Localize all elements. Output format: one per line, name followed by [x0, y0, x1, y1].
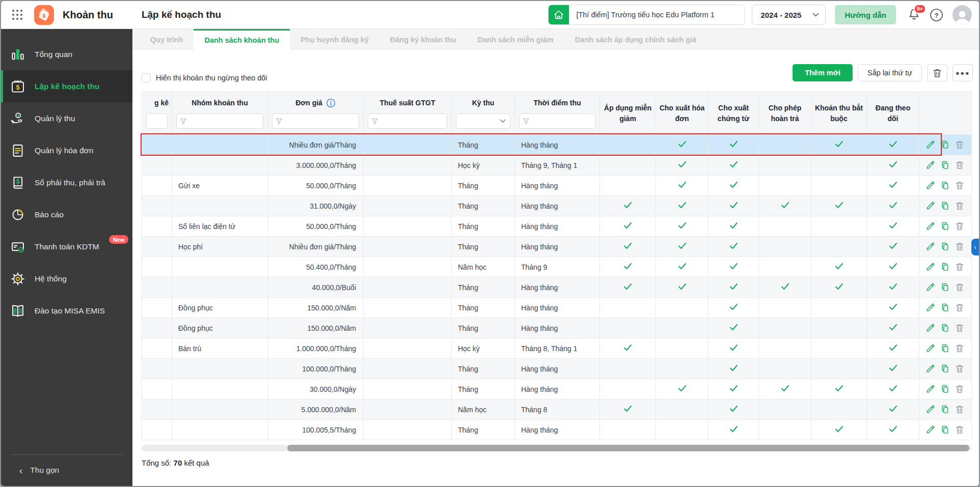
add-new-button[interactable]: Thêm mới — [793, 64, 853, 81]
school-selector[interactable]: [Thí điểm] Trường tiểu học Edu Platform … — [548, 5, 745, 25]
filter-input-stat[interactable] — [146, 113, 168, 129]
filter-input-time[interactable] — [519, 113, 595, 129]
copy-icon[interactable] — [940, 405, 950, 415]
table-row[interactable]: Sổ liên lạc điện tử50.000,0/ThángThángHà… — [142, 216, 972, 237]
edit-icon[interactable] — [925, 303, 936, 313]
delete-icon[interactable] — [955, 140, 965, 150]
copy-icon[interactable] — [940, 221, 950, 232]
notification-bell-icon[interactable]: 9+ — [907, 8, 921, 22]
table-row[interactable]: 3.000.000,0/ThángHọc kỳTháng 9, Tháng 1 — [142, 155, 972, 176]
edit-icon[interactable] — [925, 160, 936, 170]
sidebar-item-tong-quan[interactable]: Tổng quan — [1, 38, 132, 70]
more-options-button[interactable]: ●●● — [952, 64, 973, 81]
delete-icon[interactable] — [955, 221, 965, 232]
edit-icon[interactable] — [925, 405, 936, 415]
filter-input-vat[interactable] — [368, 113, 447, 129]
copy-icon[interactable] — [940, 384, 950, 394]
delete-icon[interactable] — [955, 303, 965, 313]
show-stopped-checkbox[interactable] — [142, 73, 151, 82]
table-row[interactable]: Nhiều đơn giá/ThángThángHàng tháng — [142, 135, 972, 155]
delete-icon[interactable] — [955, 384, 965, 394]
edit-icon[interactable] — [925, 364, 936, 374]
table-row[interactable]: 100.000,0/ThángThángHàng tháng — [142, 359, 972, 379]
edit-icon[interactable] — [925, 282, 936, 293]
delete-icon[interactable] — [955, 181, 965, 191]
horizontal-scrollbar[interactable] — [142, 445, 971, 451]
info-icon[interactable] — [326, 98, 336, 108]
copy-icon[interactable] — [940, 160, 950, 170]
edit-icon[interactable] — [925, 140, 936, 150]
filter-select-period[interactable] — [456, 113, 510, 129]
table-row[interactable]: Bán trú1.000.000,0/ThángHọc kỳTháng 8, T… — [142, 338, 972, 359]
scrollbar-thumb[interactable] — [287, 445, 969, 451]
delete-icon[interactable] — [955, 323, 965, 333]
table-row[interactable]: 5.000.000,0/NămNăm họcTháng 8 — [142, 399, 972, 420]
sidebar-item-he-thong[interactable]: Hệ thống — [1, 263, 132, 295]
table-row[interactable]: 40.000,0/BuổiThángHàng tháng — [142, 277, 972, 298]
edit-icon[interactable] — [925, 323, 936, 333]
sidebar-collapse-button[interactable]: ‹ Thu gọn — [1, 454, 132, 486]
tab-danh-sach-ap-dung-chinh-sach-gia[interactable]: Danh sách áp dụng chính sách giá — [564, 29, 707, 49]
sidebar-item-thanh-toan-kdtm[interactable]: Thanh toán KDTM New — [1, 231, 132, 263]
edit-icon[interactable] — [925, 242, 936, 252]
delete-icon[interactable] — [955, 242, 965, 252]
delete-icon[interactable] — [955, 364, 965, 374]
edit-icon[interactable] — [925, 384, 936, 394]
sidebar-item-dao-tao-misa-emis[interactable]: Đào tạo MISA EMIS — [1, 295, 132, 327]
school-year-select[interactable]: 2024 - 2025 — [752, 5, 826, 25]
copy-icon[interactable] — [940, 323, 950, 333]
copy-icon[interactable] — [940, 364, 950, 374]
copy-icon[interactable] — [940, 425, 950, 435]
delete-icon[interactable] — [955, 262, 965, 272]
delete-icon[interactable] — [955, 425, 965, 435]
table-row[interactable]: Học phíNhiều đơn giá/ThángThángHàng thán… — [142, 237, 972, 257]
reorder-button[interactable]: Sắp lại thứ tự — [858, 64, 922, 81]
guide-button[interactable]: Hướng dẫn — [835, 5, 896, 24]
sidebar-item-bao-cao[interactable]: Báo cáo — [1, 198, 132, 231]
delete-icon[interactable] — [955, 160, 965, 170]
copy-icon[interactable] — [940, 262, 950, 272]
sidebar-item-so-phai-thu-phai-tra[interactable]: $ Sổ phải thu, phải trả — [1, 166, 132, 198]
sidebar-item-quan-ly-hoa-don[interactable]: Quản lý hóa đơn — [1, 134, 132, 166]
copy-icon[interactable] — [940, 181, 950, 191]
delete-button[interactable] — [927, 64, 947, 81]
copy-icon[interactable] — [940, 201, 950, 211]
table-row[interactable]: Gửi xe50.000,0/ThángThángHàng tháng — [142, 176, 972, 196]
edit-icon[interactable] — [925, 201, 936, 211]
table-row[interactable]: 31.000,0/NgàyThángHàng tháng — [142, 196, 972, 216]
delete-icon[interactable] — [955, 405, 965, 415]
copy-icon[interactable] — [940, 242, 950, 252]
table-row[interactable]: 100.005,5/ThángThángHàng tháng — [142, 420, 972, 440]
sidebar-item-quan-ly-thu[interactable]: $ Quản lý thu — [1, 102, 132, 134]
delete-icon[interactable] — [955, 343, 965, 354]
app-grid-icon[interactable] — [11, 9, 23, 21]
copy-icon[interactable] — [940, 282, 950, 293]
tab-quy-trinh[interactable]: Quy trình — [140, 29, 194, 49]
copy-icon[interactable] — [940, 343, 950, 354]
delete-icon[interactable] — [955, 282, 965, 293]
tab-phu-huynh-dang-ky[interactable]: Phụ huynh đăng ký — [290, 29, 379, 49]
school-name-input[interactable]: [Thí điểm] Trường tiểu học Edu Platform … — [569, 5, 745, 24]
edit-icon[interactable] — [925, 425, 936, 435]
cell-check-mandatory — [811, 257, 867, 277]
filter-input-price[interactable] — [272, 113, 359, 129]
copy-icon[interactable] — [940, 303, 950, 313]
edit-icon[interactable] — [925, 343, 936, 354]
sidebar-item-lap-ke-hoach-thu[interactable]: $ Lập kế hoạch thu — [1, 70, 132, 102]
delete-icon[interactable] — [955, 201, 965, 211]
tab-danh-sach-mien-giam[interactable]: Danh sách miễn giảm — [467, 29, 564, 49]
table-row[interactable]: Đồng phục150.000,0/NămThángHàng tháng — [142, 318, 972, 338]
table-row[interactable]: 30.000,0/NgàyThángHàng tháng — [142, 379, 972, 399]
help-icon[interactable]: ? — [930, 8, 943, 22]
user-avatar[interactable] — [952, 5, 972, 24]
copy-icon[interactable] — [940, 140, 950, 150]
edit-icon[interactable] — [925, 221, 936, 232]
tab-danh-sach-khoan-thu[interactable]: Danh sách khoản thu — [194, 29, 290, 49]
filter-input-group[interactable] — [176, 113, 263, 129]
table-row[interactable]: 50.400,0/ThángNăm họcTháng 9 — [142, 257, 972, 277]
edit-icon[interactable] — [925, 181, 936, 191]
tab-dang-ky-khoan-thu[interactable]: Đăng ký khoản thu — [379, 29, 467, 49]
table-row[interactable]: Đồng phục150.000,0/NămThángHàng tháng — [142, 298, 972, 318]
edit-icon[interactable] — [925, 262, 936, 272]
panel-expand-handle[interactable]: ‹ — [971, 239, 979, 255]
